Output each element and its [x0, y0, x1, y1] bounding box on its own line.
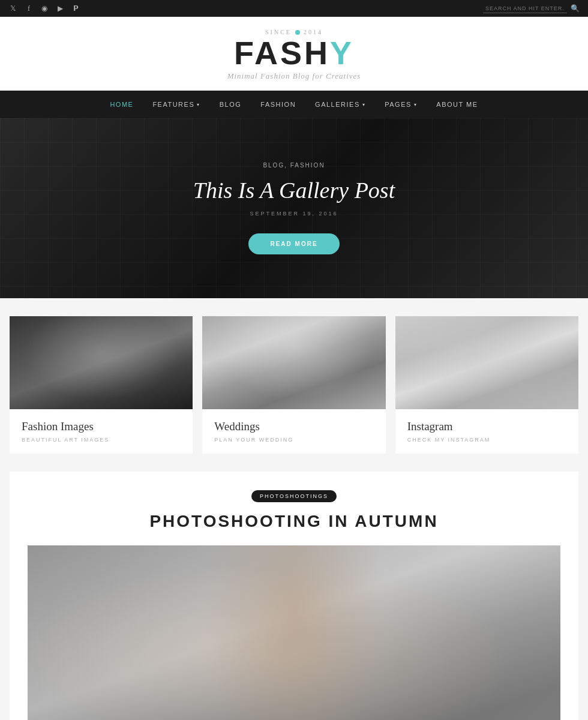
- card-fashion-images[interactable]: Fashion Images BEAUTIFUL ART IMAGES: [10, 316, 193, 454]
- card-instagram-subtitle: CHECK MY INSTAGRAM: [407, 437, 566, 443]
- hero-title: This Is A Gallery Post: [193, 177, 395, 203]
- card-instagram[interactable]: Instagram CHECK MY INSTAGRAM: [395, 316, 578, 454]
- galleries-dropdown-arrow: ▾: [362, 102, 366, 107]
- site-logo[interactable]: FASHY: [0, 37, 588, 69]
- dribbble-icon[interactable]: ◉: [40, 4, 49, 13]
- hero-content: BLOG, FASHION This Is A Gallery Post SEP…: [193, 162, 395, 254]
- cards-section: Fashion Images BEAUTIFUL ART IMAGES Wedd…: [0, 298, 588, 472]
- search-input[interactable]: [483, 4, 567, 13]
- search-icon[interactable]: 🔍: [571, 4, 580, 13]
- card-fashion-info: Fashion Images BEAUTIFUL ART IMAGES: [10, 409, 193, 454]
- nav-about[interactable]: ABOUT ME: [427, 91, 487, 118]
- card-weddings[interactable]: Weddings PLAN YOUR WEDDING: [202, 316, 385, 454]
- since-dot: [295, 30, 300, 35]
- nav-fashion[interactable]: FASHION: [251, 91, 305, 118]
- pages-dropdown-arrow: ▾: [414, 102, 418, 107]
- blog-section: PHOTOSHOOTINGS PHOTOSHOOTING IN AUTUMN: [0, 472, 588, 720]
- nav-blog[interactable]: BLOG: [210, 91, 251, 118]
- post-title: PHOTOSHOOTING IN AUTUMN: [28, 512, 560, 531]
- card-fashion-title: Fashion Images: [22, 420, 181, 433]
- card-instagram-info: Instagram CHECK MY INSTAGRAM: [395, 409, 578, 454]
- card-weddings-info: Weddings PLAN YOUR WEDDING: [202, 409, 385, 454]
- post-main-image: [28, 545, 560, 720]
- features-dropdown-arrow: ▾: [197, 102, 200, 107]
- card-fashion-subtitle: BEAUTIFUL ART IMAGES: [22, 437, 181, 443]
- hero-date: SEPTEMBER 19, 2016: [193, 211, 395, 217]
- card-instagram-image: [395, 316, 578, 409]
- card-weddings-image: [202, 316, 385, 409]
- social-icons: 𝕏 f ◉ ▶ 𝗣: [8, 4, 80, 13]
- twitter-icon[interactable]: 𝕏: [8, 4, 18, 13]
- hero-section: BLOG, FASHION This Is A Gallery Post SEP…: [0, 118, 588, 298]
- logo-y: Y: [330, 35, 354, 71]
- top-bar: 𝕏 f ◉ ▶ 𝗣 🔍: [0, 0, 588, 17]
- nav-galleries[interactable]: GALLERIES ▾: [305, 91, 375, 118]
- post-category-badge: PHOTOSHOOTINGS: [251, 490, 337, 502]
- card-weddings-subtitle: PLAN YOUR WEDDING: [214, 437, 373, 443]
- nav-features[interactable]: FEATURES ▾: [143, 91, 209, 118]
- nav-pages[interactable]: PAGES ▾: [375, 91, 427, 118]
- vimeo-icon[interactable]: ▶: [55, 4, 65, 13]
- blog-post: PHOTOSHOOTINGS PHOTOSHOOTING IN AUTUMN: [10, 472, 578, 720]
- main-nav: HOME FEATURES ▾ BLOG FASHION GALLERIES ▾…: [0, 91, 588, 118]
- card-weddings-title: Weddings: [214, 420, 373, 433]
- card-instagram-title: Instagram: [407, 420, 566, 433]
- hero-categories: BLOG, FASHION: [193, 162, 395, 169]
- pinterest-icon[interactable]: 𝗣: [71, 4, 80, 13]
- logo-tagline: Minimal Fashion Blog for Creatives: [0, 71, 588, 81]
- card-fashion-image: [10, 316, 193, 409]
- nav-home[interactable]: HOME: [100, 91, 143, 118]
- search-bar: 🔍: [483, 4, 580, 13]
- facebook-icon[interactable]: f: [24, 4, 34, 13]
- read-more-button[interactable]: READ MORE: [248, 233, 339, 254]
- site-header: SINCE 2014 FASHY Minimal Fashion Blog fo…: [0, 17, 588, 91]
